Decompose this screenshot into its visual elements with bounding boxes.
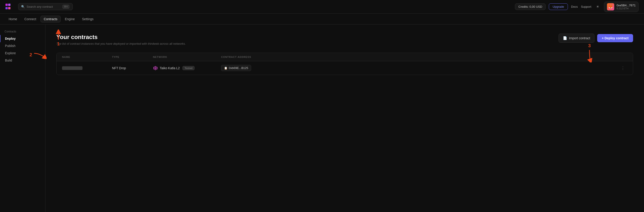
col-header-address: CONTRACT ADDRESS xyxy=(221,56,618,58)
content-heading: Your contracts The list of contract inst… xyxy=(56,34,186,45)
contract-network-cell: Taiko Katla L2 Testnet xyxy=(153,66,221,71)
taiko-network-icon xyxy=(153,66,158,71)
table-header: NAME TYPE NETWORK CONTRACT ADDRESS xyxy=(56,53,633,61)
wallet-avatar: 🦊 xyxy=(607,3,614,10)
col-header-actions xyxy=(618,56,628,58)
col-header-name: NAME xyxy=(62,56,112,58)
nav-item-connect[interactable]: Connect xyxy=(21,16,39,22)
import-contract-button[interactable]: 📄 Import contract xyxy=(558,34,594,43)
contract-name-cell xyxy=(62,66,112,70)
logo[interactable] xyxy=(6,4,12,10)
nav-item-engine[interactable]: Engine xyxy=(62,16,78,22)
wallet-eth: 0.212 ETH xyxy=(616,7,636,10)
topbar: 🔍 ⌘K Credits: 0,00 USD Upgrade Docs Supp… xyxy=(0,0,644,14)
import-btn-label: Import contract xyxy=(569,36,590,40)
main-content: Your contracts The list of contract inst… xyxy=(46,24,644,212)
page-subtitle: The list of contract instances that you … xyxy=(56,42,186,45)
contract-address-text: 0xb69E...B125 xyxy=(229,66,248,70)
sidebar: Contracts Deploy Publish Explore Build xyxy=(0,24,46,212)
wallet-address: 0xe5B4...7671 xyxy=(616,4,636,7)
wallet-badge[interactable]: 🦊 0xe5B4...7671 0.212 ETH xyxy=(604,1,638,12)
sidebar-item-build[interactable]: Build xyxy=(0,57,45,64)
nav-item-home[interactable]: Home xyxy=(6,16,20,22)
deploy-btn-label: + Deploy contract xyxy=(602,36,628,40)
theme-toggle-icon[interactable]: ☀ xyxy=(594,4,601,10)
network-name: Taiko Katla L2 xyxy=(160,66,180,70)
nav-item-settings[interactable]: Settings xyxy=(79,16,97,22)
col-header-type: TYPE xyxy=(112,56,153,58)
page-title: Your contracts xyxy=(56,34,186,41)
main-layout: Contracts Deploy Publish Explore Build Y… xyxy=(0,24,644,212)
sidebar-item-deploy[interactable]: Deploy xyxy=(0,35,45,42)
nav-item-contracts[interactable]: Contracts xyxy=(40,16,61,22)
contract-address-box[interactable]: 📋 0xb69E...B125 xyxy=(221,65,251,71)
testnet-badge: Testnet xyxy=(182,66,194,70)
sidebar-section-label: Contracts xyxy=(0,30,45,35)
more-options-icon[interactable]: ⋮ xyxy=(618,66,628,71)
contract-type-cell: NFT Drop xyxy=(112,66,153,70)
contract-address-cell: 📋 0xb69E...B125 xyxy=(221,65,618,71)
search-bar[interactable]: 🔍 ⌘K xyxy=(18,3,73,10)
topbar-right: Credits: 0,00 USD Upgrade Docs Support ☀… xyxy=(515,1,638,12)
sidebar-item-publish[interactable]: Publish xyxy=(0,42,45,49)
wallet-info: 0xe5B4...7671 0.212 ETH xyxy=(616,4,636,10)
deploy-contract-button[interactable]: + Deploy contract xyxy=(597,34,633,42)
annotation-2: 2 xyxy=(46,52,46,59)
copy-icon: 📋 xyxy=(224,66,228,70)
search-icon: 🔍 xyxy=(21,5,25,8)
main-nav: Home Connect Contracts Engine Settings xyxy=(0,14,644,24)
sidebar-item-explore[interactable]: Explore xyxy=(0,49,45,57)
docs-link[interactable]: Docs xyxy=(571,5,578,8)
credits-badge: Credits: 0,00 USD xyxy=(515,3,546,10)
search-shortcut: ⌘K xyxy=(62,5,69,9)
support-link[interactable]: Support xyxy=(581,5,592,8)
search-input[interactable] xyxy=(26,5,61,8)
row-actions-cell: ⋮ xyxy=(618,66,628,71)
contract-name-blurred xyxy=(62,66,82,70)
content-header: Your contracts The list of contract inst… xyxy=(56,34,633,45)
table-row[interactable]: NFT Drop Taiko Katla L2 Testnet 📋 0xb69E… xyxy=(56,61,633,75)
col-header-network: NETWORK xyxy=(153,56,221,58)
header-actions: 📄 Import contract + Deploy contract xyxy=(558,34,633,43)
import-icon: 📄 xyxy=(563,36,567,40)
upgrade-button[interactable]: Upgrade xyxy=(549,3,568,10)
contracts-table: NAME TYPE NETWORK CONTRACT ADDRESS NFT D… xyxy=(56,53,633,75)
